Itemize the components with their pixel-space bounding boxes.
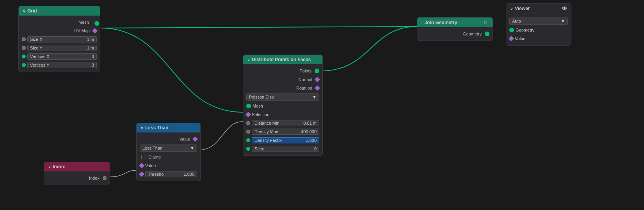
lessthan-node-header: ∨ Less Than <box>137 123 200 132</box>
distribute-seed-value: 0 <box>314 146 317 151</box>
distribute-seed-label-text: Seed <box>254 146 265 151</box>
grid-vertx-socket[interactable] <box>22 55 26 58</box>
grid-mesh-socket[interactable] <box>94 21 99 26</box>
index-node: ∨ Index Index <box>44 162 110 185</box>
distribute-distmin-row: Distance Min 0.01 m <box>243 119 322 127</box>
distribute-densityfactor-socket[interactable] <box>246 138 250 142</box>
grid-sizex-field[interactable]: Size X 1 m <box>27 36 97 42</box>
distribute-dropdown-arrow: ▼ <box>312 95 317 99</box>
grid-sizex-socket[interactable] <box>22 37 26 41</box>
grid-sizex-label-text: Size X <box>30 37 43 42</box>
distribute-rotation-label: Rotation <box>246 86 315 90</box>
distribute-body: Points Normal Rotation Poisson Disk ▼ Me… <box>243 64 322 155</box>
distribute-densitymax-socket[interactable] <box>246 130 250 134</box>
viewer-value-row: Value <box>506 34 571 43</box>
distribute-dropdown-container: Poisson Disk ▼ <box>243 92 322 102</box>
index-title: Index <box>53 164 65 169</box>
distribute-normal-label: Normal <box>246 77 315 82</box>
distribute-densityfactor-field[interactable]: Density Factor 1.000 <box>252 137 319 143</box>
index-output-socket[interactable] <box>103 176 107 180</box>
lessthan-clamp-checkbox[interactable] <box>141 155 146 159</box>
distribute-distmin-field[interactable]: Distance Min 0.01 m <box>252 120 319 126</box>
viewer-geometry-input-label: Geometry <box>516 28 534 32</box>
lessthan-threshold-field[interactable]: Threshol 1.000 <box>145 171 197 177</box>
distribute-distmin-socket[interactable] <box>246 121 250 125</box>
viewer-geometry-input-socket[interactable] <box>509 28 514 32</box>
viewer-value-socket[interactable] <box>509 36 514 41</box>
grid-body: Mesh UV Map Size X 1 m Size Y 1 m <box>19 16 100 72</box>
distribute-normal-socket[interactable] <box>315 77 320 82</box>
lessthan-val2-label: Value <box>145 163 156 168</box>
distribute-densitymax-field[interactable]: Density Max 400.000 <box>252 129 319 135</box>
distribute-dropdown-label: Poisson Disk <box>249 95 274 99</box>
grid-uvmap-label: UV Map <box>22 28 93 33</box>
distribute-seed-row: Seed 0 <box>243 145 322 153</box>
grid-node: ∨ Grid Mesh UV Map Size X 1 m Size Y 1 m <box>18 6 100 72</box>
viewer-chevron: ∨ <box>510 7 513 11</box>
distribute-dropdown[interactable]: Poisson Disk ▼ <box>246 94 319 101</box>
distribute-densityfactor-value: 1.000 <box>306 138 317 143</box>
viewer-body: Auto ▼ Geometry Value <box>506 14 571 45</box>
distribute-points-label: Points <box>246 69 315 73</box>
lessthan-value-socket[interactable] <box>192 136 198 142</box>
join-body: Geometry <box>417 27 493 41</box>
grid-vertx-value: 3 <box>92 54 94 59</box>
grid-sizey-socket[interactable] <box>22 46 26 50</box>
distribute-densitymax-row: Density Max 400.000 <box>243 127 322 136</box>
distribute-points-socket[interactable] <box>315 69 319 73</box>
grid-verty-field[interactable]: Vertices Y 3 <box>27 62 97 68</box>
distribute-chevron: ∨ <box>247 58 250 62</box>
join-node: › Join Geometry ⏸ Geometry <box>417 17 493 41</box>
join-node-header: › Join Geometry ⏸ <box>417 18 493 27</box>
distribute-distmin-label-text: Distance Min <box>254 121 279 125</box>
distribute-selection-label: Selection <box>252 112 269 117</box>
grid-vertx-field[interactable]: Vertices X 3 <box>27 53 97 60</box>
join-geometry-socket[interactable] <box>485 32 489 36</box>
distribute-selection-socket[interactable] <box>246 112 251 117</box>
grid-mesh-row: Mesh <box>19 18 100 26</box>
distribute-rotation-socket[interactable] <box>315 85 320 91</box>
join-pause-icon: ⏸ <box>483 19 489 25</box>
viewer-dropdown-container: Auto ▼ <box>506 16 571 26</box>
join-title: Join Geometry <box>424 20 457 25</box>
lessthan-threshold-label-text: Threshol <box>148 172 165 176</box>
viewer-dropdown[interactable]: Auto ▼ <box>509 18 568 25</box>
viewer-node-header: ∨ Viewer 👁 <box>506 4 571 14</box>
lessthan-node: ∨ Less Than Value Less Than ▼ Clamp Valu… <box>136 123 201 181</box>
distribute-seed-field[interactable]: Seed 0 <box>252 146 319 152</box>
distribute-densityfactor-row: Density Factor 1.000 <box>243 136 322 145</box>
grid-verty-socket[interactable] <box>22 63 26 67</box>
grid-mesh-label: Mesh <box>22 20 92 25</box>
lessthan-dropdown[interactable]: Less Than ▼ <box>140 145 197 152</box>
distribute-mesh-row: Mesh <box>243 102 322 110</box>
lessthan-threshold-value: 1.000 <box>183 172 194 176</box>
distribute-rotation-row: Rotation <box>243 84 322 92</box>
viewer-node: ∨ Viewer 👁 Auto ▼ Geometry Value <box>506 3 571 46</box>
distribute-densityfactor-label-text: Density Factor <box>254 138 282 143</box>
grid-uvmap-socket[interactable] <box>92 28 98 34</box>
lessthan-body: Value Less Than ▼ Clamp Value Threshol 1… <box>137 132 200 181</box>
lessthan-threshold-socket[interactable] <box>139 171 144 177</box>
grid-sizex-value: 1 m <box>87 37 94 42</box>
grid-vertx-row: Vertices X 3 <box>19 52 100 61</box>
lessthan-threshold-row: Threshol 1.000 <box>137 170 200 178</box>
grid-sizey-field[interactable]: Size Y 1 m <box>27 45 97 51</box>
viewer-value-label: Value <box>515 36 525 41</box>
distribute-densitymax-value: 400.000 <box>301 129 317 134</box>
distribute-title: Distribute Points on Faces <box>252 57 311 62</box>
lessthan-clamp-label: Clamp <box>148 155 161 159</box>
viewer-geometry-row: Geometry <box>506 26 571 34</box>
lessthan-dropdown-container: Less Than ▼ <box>137 143 200 153</box>
lessthan-title: Less Than <box>145 125 168 131</box>
grid-title: Grid <box>27 8 37 14</box>
distribute-seed-socket[interactable] <box>246 147 250 151</box>
lessthan-dropdown-label: Less Than <box>142 146 162 150</box>
lessthan-val2-socket[interactable] <box>139 163 144 168</box>
distribute-points-row: Points <box>243 67 322 75</box>
distribute-mesh-socket[interactable] <box>246 104 251 108</box>
grid-verty-row: Vertices Y 3 <box>19 61 100 69</box>
grid-node-header: ∨ Grid <box>19 6 100 16</box>
grid-verty-value: 3 <box>92 63 94 67</box>
grid-sizey-value: 1 m <box>87 46 94 50</box>
index-node-header: ∨ Index <box>44 162 110 171</box>
